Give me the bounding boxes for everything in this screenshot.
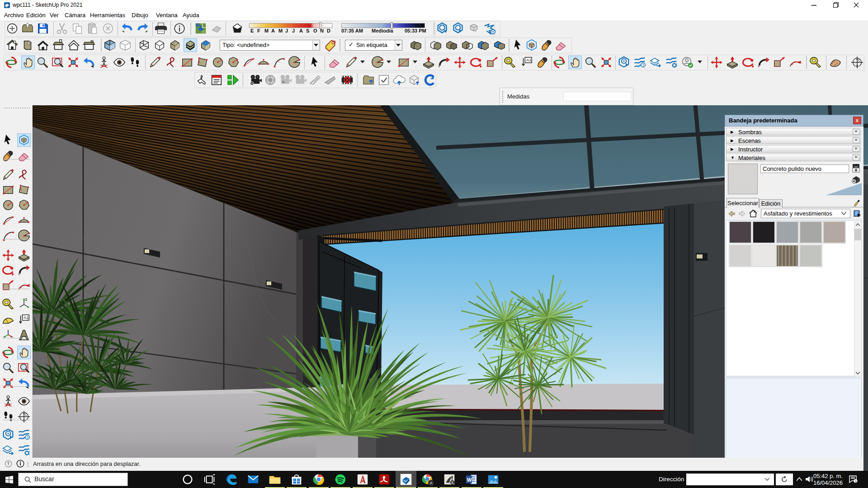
svg-text:C: C bbox=[25, 413, 27, 416]
svg-text:W: W bbox=[467, 477, 472, 483]
svg-text:A: A bbox=[430, 481, 433, 485]
svg-text:A1: A1 bbox=[526, 58, 531, 62]
svg-text:1: 1 bbox=[855, 479, 857, 483]
svg-text:8: 8 bbox=[451, 480, 453, 485]
svg-text:C: C bbox=[858, 59, 860, 62]
svg-text:A1: A1 bbox=[24, 315, 28, 320]
svg-text:3: 3 bbox=[25, 297, 27, 302]
